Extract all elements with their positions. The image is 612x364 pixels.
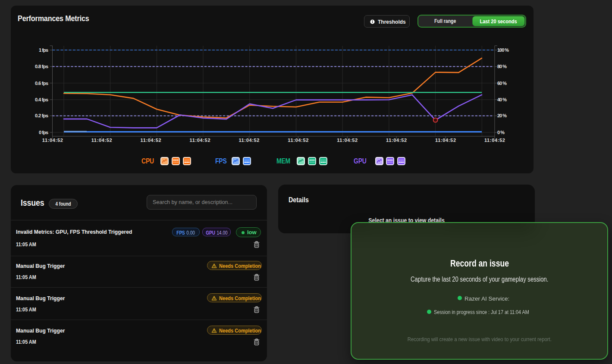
svg-text:60 %: 60 % <box>497 81 507 86</box>
svg-text:0.2 fps: 0.2 fps <box>35 113 48 118</box>
svg-text:11:04:52: 11:04:52 <box>42 138 63 143</box>
svg-text:0 %: 0 % <box>497 130 505 135</box>
svg-text:11:04:52: 11:04:52 <box>435 138 456 143</box>
svg-text:1 fps: 1 fps <box>39 47 48 53</box>
svg-text:0.4 fps: 0.4 fps <box>35 97 48 102</box>
svg-text:11:04:52: 11:04:52 <box>288 138 308 143</box>
svg-text:20 %: 20 % <box>497 113 507 118</box>
svg-text:11:04:52: 11:04:52 <box>239 138 259 143</box>
svg-text:11:04:52: 11:04:52 <box>190 138 210 143</box>
svg-text:11:04:52: 11:04:52 <box>337 138 358 143</box>
svg-text:11:04:52: 11:04:52 <box>141 138 161 143</box>
svg-text:0.8 fps: 0.8 fps <box>35 64 48 69</box>
svg-text:0 fps: 0 fps <box>39 130 48 135</box>
svg-text:11:04:52: 11:04:52 <box>91 138 112 143</box>
svg-text:100 %: 100 % <box>497 47 509 53</box>
svg-text:11:04:52: 11:04:52 <box>484 138 505 143</box>
svg-text:80 %: 80 % <box>497 64 507 69</box>
svg-text:11:04:52: 11:04:52 <box>386 138 407 143</box>
svg-text:40 %: 40 % <box>497 97 507 102</box>
svg-text:0.6 fps: 0.6 fps <box>35 81 48 86</box>
